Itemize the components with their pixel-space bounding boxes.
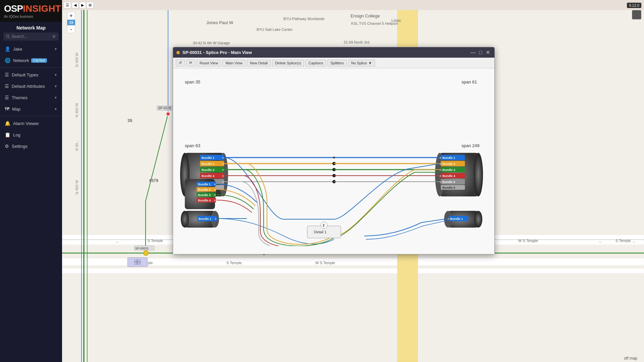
svg-text:≡: ≡ [222,162,224,166]
svg-text:span 61: span 61 [462,79,477,84]
svg-text:Bundle 2: Bundle 2 [202,162,214,166]
sp0228-label: SP-0228 [157,106,172,111]
chevron-down-icon: ▼ [54,47,57,51]
sidebar-item-default-attributes[interactable]: ☰ Default Attributes ▼ [0,80,62,92]
sidebar-item-map-label: Map [12,107,20,112]
window-minimize-button[interactable]: — [469,49,477,56]
citytest-badge: CityTest [31,58,47,63]
window-restore-button[interactable]: □ [478,49,483,56]
search-input[interactable] [11,34,52,39]
grid-icon [134,259,141,265]
sidebar-item-settings[interactable]: ⚙ Settings [0,140,62,152]
toolbar-forward-btn[interactable]: ▶ [79,2,86,8]
sidebar-item-log[interactable]: 📋 Log [0,129,62,140]
main-view-button[interactable]: Main View [222,60,246,66]
sidebar-item-log-label: Log [13,132,20,137]
svg-text:≡: ≡ [214,199,216,202]
search-bar[interactable]: ✕ [3,33,59,41]
network-map-title: Network Map [0,22,62,33]
svg-text:Bundle 6: Bundle 6 [442,186,455,189]
sidebar-item-default-types-label: Default Types [12,72,38,77]
no-splice-dropdown[interactable]: No Splice ▼ [348,60,375,66]
delete-splices-button[interactable]: Delete Splice(s) [272,60,304,66]
logo-sub: An IQGeo business [4,15,58,18]
nav-separator-2 [0,116,62,116]
map-icon: 🗺 [5,106,9,112]
sidebar-item-user[interactable]: 👤 Jake ▼ [0,43,62,55]
sidebar-item-themes[interactable]: ☰ Themes ▼ [0,92,62,103]
zoom-level: 19 [67,20,75,25]
user-avatar-button[interactable] [632,10,641,19]
node-sp0228[interactable] [166,112,170,116]
svg-text:span 63: span 63 [185,143,200,148]
sidebar-item-map[interactable]: 🗺 Map ▼ [0,103,62,115]
splice-content: span 35 span 61 span 63 span 249 span 65… [173,68,494,254]
svg-line-1 [8,37,10,38]
toolbar-back-btn[interactable]: ◀ [72,2,78,8]
node-sp00031[interactable] [143,250,149,256]
svg-rect-37 [138,262,140,264]
nav-separator [0,67,62,68]
splice-titlebar[interactable]: SP-00031 - Splice Pro - Main View — □ ✕ [173,47,494,58]
svg-text:N 400 W: N 400 W [75,103,79,117]
chevron-down-icon-3: ▼ [54,84,57,88]
svg-text:Bundle 2: Bundle 2 [442,162,455,166]
no-splice-label: No Splice [351,61,367,65]
reload-icon-btn[interactable]: ⟳ [186,59,195,66]
logo-area: OSPINSIGHT An IQGeo business [0,0,62,22]
splitters-button[interactable]: Splitters [327,60,347,66]
sidebar-item-alarm-viewer[interactable]: 🔔 Alarm Viewer [0,118,62,129]
window-close-button[interactable]: ✕ [485,49,491,56]
svg-text:N 400 W: N 400 W [75,180,79,194]
map-area: N 400 W N 400 W N 40... N 400 W ← ← ← ← … [62,0,644,362]
svg-text:N 40...: N 40... [75,140,79,151]
sidebar-item-network-label: Network [13,58,29,63]
sidebar-item-network[interactable]: 🌐 Network CityTest [0,55,62,66]
svg-text:Bundle 3: Bundle 3 [198,193,211,197]
list-icon-2: ☰ [5,83,9,89]
zoom-out-button[interactable]: - [67,25,75,33]
off-map-label: off map [624,356,637,361]
sidebar-item-default-types[interactable]: ☰ Default Types ▼ [0,69,62,80]
user-icon: 👤 [5,46,10,52]
list-icon-3: ☰ [5,95,9,100]
svg-rect-35 [138,259,140,261]
zoom-controls: + 19 - [67,12,75,33]
chevron-down-icon-5: ▼ [54,107,57,111]
alarm-icon: 🔔 [5,121,10,126]
svg-rect-5 [62,268,644,274]
svg-text:Detail 1: Detail 1 [314,230,326,234]
svg-text:Bundle 4: Bundle 4 [442,174,455,178]
svg-point-123 [333,157,335,159]
svg-point-92 [474,211,482,228]
zoom-in-button[interactable]: + [67,12,75,20]
svg-text:2: 2 [323,224,325,227]
new-detail-button[interactable]: New Detail [247,60,271,66]
svg-text:≡: ≡ [214,193,216,197]
svg-point-85 [181,211,189,228]
splice-dot [176,51,180,54]
reset-view-button[interactable]: Reset View [197,60,221,66]
sidebar-item-default-attributes-label: Default Attributes [12,84,45,89]
svg-text:Bundle 5: Bundle 5 [442,180,455,184]
log-icon: 📋 [5,132,10,137]
sidebar-item-settings-label: Settings [12,144,28,149]
chevron-down-icon-2: ▼ [54,73,57,77]
svg-text:Bundle 1: Bundle 1 [202,156,214,160]
splice-diagram: span 35 span 61 span 63 span 249 span 65… [180,75,488,246]
svg-text:≡: ≡ [439,186,441,189]
search-clear-button[interactable]: ✕ [52,34,56,39]
svg-text:Bundle 2: Bundle 2 [198,188,211,191]
svg-text:≡: ≡ [222,156,224,160]
sidebar: OSPINSIGHT An IQGeo business Network Map… [0,0,62,362]
svg-text:span 249: span 249 [462,143,480,148]
list-icon: ☰ [5,72,9,77]
svg-text:Bundle 3: Bundle 3 [202,168,214,172]
toolbar-list-btn[interactable]: ☰ [64,2,71,8]
dropdown-arrow-icon: ▼ [368,61,372,65]
window-controls: — □ ✕ [469,49,491,56]
splice-title: SP-00031 - Splice Pro - Main View [182,50,252,55]
captions-button[interactable]: Captions [306,60,326,66]
toolbar-layers-btn[interactable]: ⊞ [87,2,94,8]
refresh-icon-btn[interactable]: ↺ [176,59,185,66]
